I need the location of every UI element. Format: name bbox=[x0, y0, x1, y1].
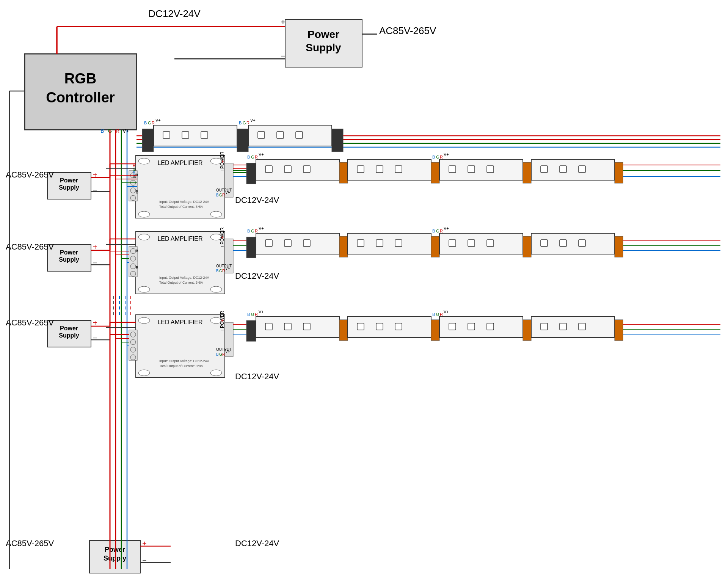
svg-text:+: + bbox=[221, 234, 224, 240]
svg-rect-92 bbox=[560, 166, 566, 173]
svg-rect-141 bbox=[357, 240, 364, 247]
svg-rect-89 bbox=[523, 162, 531, 183]
svg-rect-93 bbox=[579, 166, 585, 173]
svg-rect-21 bbox=[182, 132, 189, 138]
svg-text:V+: V+ bbox=[225, 190, 230, 195]
svg-text:B: B bbox=[216, 269, 219, 273]
svg-text:G: G bbox=[251, 155, 254, 159]
svg-rect-154 bbox=[615, 236, 623, 257]
svg-rect-139 bbox=[339, 236, 348, 257]
svg-text:B: B bbox=[432, 229, 435, 233]
svg-point-117 bbox=[138, 286, 150, 292]
led-amp1-label: LED AMPLIFIER bbox=[157, 160, 202, 166]
ps-left3-label: Power bbox=[60, 325, 78, 331]
svg-rect-214 bbox=[560, 323, 566, 330]
ps-bottom-label: Power bbox=[105, 546, 125, 553]
svg-rect-216 bbox=[615, 320, 623, 341]
svg-point-182 bbox=[210, 370, 222, 376]
ac-bottom-label: AC85V-265V bbox=[6, 539, 54, 548]
svg-rect-142 bbox=[376, 240, 383, 247]
svg-point-115 bbox=[138, 234, 150, 240]
svg-text:R: R bbox=[152, 121, 155, 125]
svg-text:V+: V+ bbox=[444, 226, 449, 231]
svg-text:R: R bbox=[222, 352, 225, 357]
svg-text:R: R bbox=[222, 193, 225, 197]
svg-rect-152 bbox=[560, 240, 566, 247]
svg-text:V+: V+ bbox=[259, 226, 264, 231]
svg-text:B: B bbox=[239, 121, 242, 125]
svg-rect-206 bbox=[431, 320, 439, 341]
ps-left3-label2: Supply bbox=[59, 332, 79, 339]
svg-rect-137 bbox=[284, 240, 291, 247]
led-amp3-label: LED AMPLIFIER bbox=[157, 319, 202, 325]
dc-amp1-label: DC12V-24V bbox=[235, 195, 279, 205]
svg-text:+: + bbox=[93, 243, 97, 251]
svg-rect-28 bbox=[332, 129, 343, 152]
svg-text:G: G bbox=[219, 352, 222, 357]
svg-text:Input: Output Voltage: DC12-24: Input: Output Voltage: DC12-24V bbox=[159, 359, 209, 363]
svg-point-179 bbox=[138, 317, 150, 324]
svg-rect-208 bbox=[449, 323, 456, 330]
svg-point-176 bbox=[130, 347, 136, 352]
svg-rect-78 bbox=[303, 166, 310, 173]
svg-text:B: B bbox=[432, 155, 435, 159]
ps-left1-label: Power bbox=[60, 177, 78, 184]
svg-rect-211 bbox=[523, 320, 531, 341]
svg-text:B: B bbox=[136, 190, 138, 194]
svg-text:R: R bbox=[255, 155, 258, 159]
svg-text:B: B bbox=[144, 121, 147, 125]
ps-left1-label2: Supply bbox=[59, 184, 79, 191]
svg-rect-203 bbox=[357, 323, 364, 330]
svg-text:G: G bbox=[243, 121, 246, 125]
svg-text:V+: V+ bbox=[225, 266, 230, 270]
svg-rect-199 bbox=[284, 323, 291, 330]
svg-text:Input: Output Voltage: DC12-24: Input: Output Voltage: DC12-24V bbox=[159, 276, 209, 280]
svg-text:G: G bbox=[251, 229, 254, 233]
ac-left3-label: AC85V-265V bbox=[6, 318, 54, 327]
svg-point-63 bbox=[210, 211, 222, 217]
svg-text:−: − bbox=[142, 556, 147, 565]
svg-rect-88 bbox=[487, 166, 494, 173]
svg-text:G: G bbox=[219, 193, 222, 197]
power-supply-top-label2: Supply bbox=[306, 42, 341, 53]
svg-text:−: − bbox=[93, 187, 97, 195]
svg-point-113 bbox=[130, 271, 136, 276]
svg-rect-143 bbox=[395, 240, 402, 247]
svg-rect-151 bbox=[541, 240, 548, 247]
svg-rect-94 bbox=[615, 162, 623, 183]
dc-amp2-label: DC12V-24V bbox=[235, 271, 279, 281]
svg-rect-82 bbox=[376, 166, 383, 173]
svg-text:R: R bbox=[255, 312, 258, 317]
svg-rect-210 bbox=[487, 323, 494, 330]
svg-text:G: G bbox=[219, 269, 222, 273]
svg-rect-79 bbox=[339, 162, 348, 183]
svg-text:V+: V+ bbox=[259, 309, 264, 314]
svg-rect-213 bbox=[541, 323, 548, 330]
dc-top-label: DC12V-24V bbox=[148, 8, 201, 19]
svg-rect-25 bbox=[258, 132, 265, 138]
svg-text:Input: Output Voltage: DC12-24: Input: Output Voltage: DC12-24V bbox=[159, 200, 209, 204]
dc-bottom-label: DC12V-24V bbox=[235, 539, 279, 548]
svg-text:−: − bbox=[221, 168, 224, 174]
svg-rect-20 bbox=[163, 132, 170, 138]
svg-text:G: G bbox=[436, 229, 439, 233]
svg-text:R: R bbox=[440, 155, 443, 159]
svg-text:V+: V+ bbox=[122, 128, 129, 134]
svg-rect-138 bbox=[303, 240, 310, 247]
svg-rect-147 bbox=[468, 240, 475, 247]
svg-text:B: B bbox=[100, 128, 104, 134]
svg-text:R: R bbox=[255, 229, 258, 233]
svg-point-175 bbox=[130, 339, 136, 345]
svg-text:B: B bbox=[216, 352, 219, 357]
svg-rect-74 bbox=[246, 163, 256, 184]
svg-rect-198 bbox=[265, 323, 272, 330]
svg-point-177 bbox=[130, 355, 136, 360]
svg-text:B: B bbox=[136, 266, 138, 270]
svg-text:−: − bbox=[93, 259, 97, 267]
svg-point-111 bbox=[130, 256, 136, 261]
svg-text:+: + bbox=[93, 319, 97, 327]
svg-text:+: + bbox=[281, 17, 286, 27]
ac-left1-label: AC85V-265V bbox=[6, 170, 54, 179]
svg-text:V+: V+ bbox=[250, 118, 256, 123]
ps-left2-label2: Supply bbox=[59, 256, 79, 263]
